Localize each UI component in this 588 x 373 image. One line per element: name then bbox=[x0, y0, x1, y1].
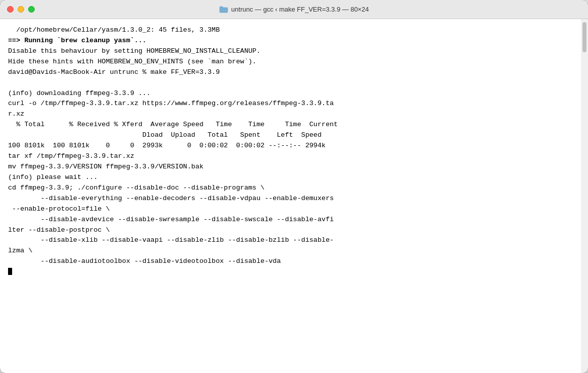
titlebar-center: untrunc — gcc ‹ make FF_VER=3.3.9 — 80×2… bbox=[219, 6, 369, 13]
terminal-line-1: /opt/homebrew/Cellar/yasm/1.3.0_2: 45 fi… bbox=[8, 25, 573, 36]
terminal-line-3: Disable this behaviour by setting HOMEBR… bbox=[8, 46, 573, 57]
terminal-line-12: 100 8101k 100 8101k 0 0 2993k 0 0:00:02 … bbox=[8, 141, 573, 151]
terminal-line-7: (info) downloading ffmpeg-3.3.9 ... bbox=[8, 88, 573, 99]
terminal-line-9: r.xz bbox=[8, 109, 573, 120]
terminal-window: untrunc — gcc ‹ make FF_VER=3.3.9 — 80×2… bbox=[0, 0, 588, 373]
terminal-line-21: --disable-xlib --disable-vaapi --disable… bbox=[8, 235, 573, 246]
terminal-content[interactable]: /opt/homebrew/Cellar/yasm/1.3.0_2: 45 fi… bbox=[0, 19, 581, 373]
terminal-line-14: mv ffmpeg-3.3.9/VERSION ffmpeg-3.3.9/VER… bbox=[8, 162, 573, 172]
scrollbar-thumb[interactable] bbox=[582, 22, 586, 52]
traffic-lights bbox=[7, 6, 35, 13]
terminal-line-18: --enable-protocol=file \ bbox=[8, 204, 573, 215]
titlebar: untrunc — gcc ‹ make FF_VER=3.3.9 — 80×2… bbox=[0, 0, 588, 19]
terminal-line-6 bbox=[8, 78, 573, 88]
terminal-line-15: (info) please wait ... bbox=[8, 172, 573, 183]
terminal-line-17: --disable-everything --enable-decoders -… bbox=[8, 194, 573, 204]
terminal-line-8: curl -o /tmp/ffmpeg-3.3.9.tar.xz https:/… bbox=[8, 99, 573, 109]
close-button[interactable] bbox=[7, 6, 14, 13]
terminal-line-5: david@Davids-MacBook-Air untrunc % make … bbox=[8, 67, 573, 78]
window-title: untrunc — gcc ‹ make FF_VER=3.3.9 — 80×2… bbox=[231, 6, 369, 13]
terminal-line-20: lter --disable-postproc \ bbox=[8, 225, 573, 236]
terminal-cursor-line: █ bbox=[8, 267, 573, 277]
terminal-line-10: % Total % Received % Xferd Average Speed… bbox=[8, 120, 573, 130]
terminal-line-22: lzma \ bbox=[8, 246, 573, 256]
terminal-line-11: Dload Upload Total Spent Left Speed bbox=[8, 130, 573, 141]
scrollbar-area: /opt/homebrew/Cellar/yasm/1.3.0_2: 45 fi… bbox=[0, 19, 588, 373]
terminal-line-4: Hide these hints with HOMEBREW_NO_ENV_HI… bbox=[8, 57, 573, 67]
minimize-button[interactable] bbox=[18, 6, 24, 13]
scrollbar[interactable] bbox=[581, 19, 588, 373]
folder-icon bbox=[219, 6, 228, 13]
maximize-button[interactable] bbox=[28, 6, 35, 13]
terminal-line-13: tar xf /tmp/ffmpeg-3.3.9.tar.xz bbox=[8, 151, 573, 162]
terminal-line-19: --disable-avdevice --disable-swresample … bbox=[8, 215, 573, 225]
terminal-line-2: ==> Running `brew cleanup yasm`... bbox=[8, 36, 573, 46]
terminal-line-23: --disable-audiotoolbox --disable-videoto… bbox=[8, 256, 573, 267]
terminal-line-16: cd ffmpeg-3.3.9; ./configure --disable-d… bbox=[8, 183, 573, 194]
